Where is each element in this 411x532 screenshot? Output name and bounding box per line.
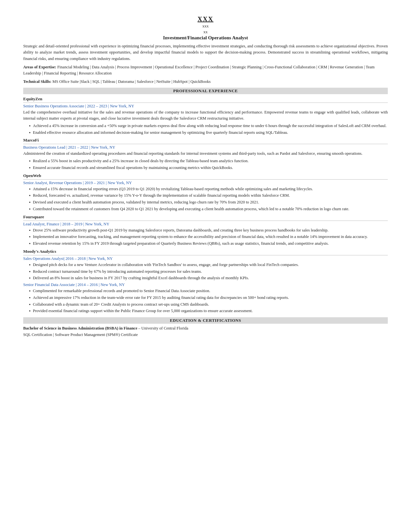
title-marcofi: Business Operations Lead | 2021 – 2022 |… (23, 145, 388, 150)
education-block: Bachelor of Science in Business Administ… (23, 325, 388, 338)
bullet-marcofi-2: Ensured accurate financial records and s… (29, 165, 388, 171)
technical-text: MS Office Suite |Slack | SQL | Tableau |… (53, 79, 211, 84)
sub1: xxx (23, 24, 388, 29)
company-openweb: OpenWeb (23, 173, 388, 178)
bullets-moodys-secondary: Complimented for remarkable professional… (29, 288, 388, 314)
bullet-openweb-3: Devised and executed a client health aut… (29, 199, 388, 205)
bullet-openweb-4: Contributed toward the retainment of cus… (29, 206, 388, 212)
title-moodys-secondary: Senior Financial Data Associate | 2014 –… (23, 282, 388, 287)
university-text: University of Central Florida (141, 326, 188, 330)
name: XXX (23, 15, 388, 23)
bullet-moodys-s2: Achieved an impressive 17% reduction in … (29, 295, 388, 301)
title-foursquare: Lead Analyst, Finance | 2018 – 2019 | Ne… (23, 222, 388, 227)
bullet-foursquare-1: Drove 25% software productivity growth p… (29, 227, 388, 233)
degree-line: Bachelor of Science in Business Administ… (23, 325, 388, 331)
technical-label: Technical Skills: (23, 79, 51, 84)
job-equityzen: EquityZen Senior Business Operations Ass… (23, 96, 388, 135)
bullet-openweb-1: Attained a 15% decrease in financial rep… (29, 186, 388, 192)
bullets-moodys-primary: Designed pitch decks for a new Venture A… (29, 262, 388, 281)
job-moodys: Moody's Analytics Sales Operations Analy… (23, 249, 388, 314)
title-openweb: Senior Analyst, Revenue Operations | 201… (23, 181, 388, 185)
bullet-moodys-1: Designed pitch decks for a new Venture A… (29, 262, 388, 268)
title-equityzen: Senior Business Operations Associate | 2… (23, 104, 388, 109)
degree-text: Bachelor of Science in Business Administ… (23, 326, 137, 330)
summary-text: Strategic and detail-oriented profession… (23, 43, 388, 62)
bullets-equityzen: Achieved a 45% increase in conversion an… (29, 123, 388, 136)
job-title: Investment/Financial Operations Analyst (23, 35, 388, 41)
company-moodys: Moody's Analytics (23, 249, 388, 254)
bullet-moodys-s1: Complimented for remarkable professional… (29, 288, 388, 294)
bullet-moodys-s3: Collaborated with a dynamic team of 20+ … (29, 301, 388, 308)
company-equityzen: EquityZen (23, 96, 388, 102)
desc-equityzen: Led the comprehensive overhaul initiativ… (23, 109, 388, 122)
job-openweb: OpenWeb Senior Analyst, Revenue Operatio… (23, 173, 388, 212)
bullets-openweb: Attained a 15% decrease in financial rep… (29, 186, 388, 212)
bullet-equityzen-2: Enabled effective resource allocation an… (29, 130, 388, 136)
job-marcofi: MarcoFi Business Operations Lead | 2021 … (23, 138, 388, 171)
resume-header: XXX xxx xx Investment/Financial Operatio… (23, 15, 388, 41)
bullet-foursquare-2: Implemented an innovative forecasting, t… (29, 234, 388, 240)
bullet-moodys-s4: Provided essential financial ratings sup… (29, 308, 388, 314)
bullets-marcofi: Realized a 55% boost in sales productivi… (29, 158, 388, 171)
bullet-marcofi-1: Realized a 55% boost in sales productivi… (29, 158, 388, 164)
job-foursquare: Foursquare Lead Analyst, Finance | 2018 … (23, 214, 388, 247)
technical-block: Technical Skills: MS Office Suite |Slack… (23, 79, 388, 85)
company-foursquare: Foursquare (23, 214, 388, 220)
bullet-moodys-3: Delivered an 8% boost in sales for busin… (29, 275, 388, 281)
expertise-block: Areas of Expertise: Financial Modeling |… (23, 64, 388, 76)
expertise-label: Areas of Expertise: (23, 65, 56, 69)
bullets-foursquare: Drove 25% software productivity growth p… (29, 227, 388, 247)
title-moodys-primary: Sales Operations Analyst| 2016 – 2018 | … (23, 256, 388, 261)
desc-marcofi: Administered the creation of standardize… (23, 151, 388, 157)
expertise-text: Financial Modeling | Data Analysis | Pro… (23, 65, 375, 75)
education-section-header: EDUCATION & CERTIFICATIONS (23, 317, 388, 324)
bullet-moodys-2: Reduced contract turnaround time by 67% … (29, 269, 388, 275)
bullet-equityzen-1: Achieved a 45% increase in conversion an… (29, 123, 388, 129)
certs-line: SQL Certification | Software Product Man… (23, 331, 388, 338)
sub2: xx (23, 29, 388, 34)
bullet-foursquare-3: Elevated revenue retention by 15% in FY … (29, 241, 388, 247)
bullet-openweb-2: Reduced, forecasted vs. actualized, reve… (29, 192, 388, 199)
experience-section-header: PROFESSIONAL EXPERIENCE (23, 88, 388, 94)
company-marcofi: MarcoFi (23, 138, 388, 143)
